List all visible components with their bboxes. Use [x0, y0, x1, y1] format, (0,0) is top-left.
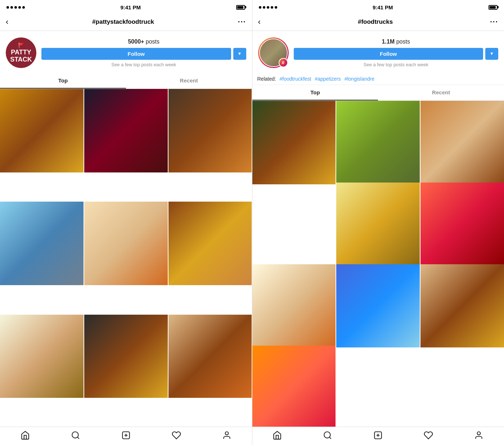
posts-count-left: 5000+ posts [41, 39, 246, 45]
grid-item-5[interactable] [84, 202, 168, 285]
status-bar-right: 9:41 PM [252, 0, 504, 13]
follow-button-left[interactable]: Follow [41, 48, 231, 60]
grid-item-6[interactable] [168, 202, 252, 285]
grid-item-2[interactable] [84, 89, 168, 172]
top-posts-hint-left: See a few top posts each week [41, 62, 246, 67]
grid-item-r2[interactable] [336, 101, 420, 184]
grid-item-9[interactable] [168, 315, 252, 398]
profile-nav-right[interactable] [454, 431, 504, 440]
time-right: 9:41 PM [373, 4, 393, 10]
grid-item-1[interactable] [0, 89, 84, 172]
related-label: Related: [257, 76, 278, 82]
battery-area-right [489, 5, 498, 10]
status-bar-left: 9:41 PM [0, 0, 252, 13]
svg-point-5 [225, 432, 228, 435]
signal-dots-left [6, 6, 25, 9]
more-button-right[interactable]: ··· [490, 18, 498, 26]
grid-right [252, 101, 504, 427]
search-nav-right[interactable] [302, 431, 353, 440]
svg-point-0 [72, 432, 78, 438]
related-tag-1[interactable]: #foodtruckfest [280, 76, 311, 82]
posts-count-right: 1.1M posts [294, 39, 499, 45]
grid-item-7[interactable] [0, 315, 84, 398]
add-nav-left[interactable] [101, 431, 151, 440]
search-nav-left[interactable] [50, 431, 101, 440]
grid-item-r6[interactable] [252, 264, 336, 348]
nav-header-right: ‹ #foodtrucks ··· [252, 13, 504, 31]
hashtag-title-left: #pattystackfoodtruck [92, 18, 154, 26]
heart-nav-left[interactable] [151, 431, 202, 440]
profile-section-right: # 1.1M posts Follow ▼ See a few top post… [252, 31, 504, 73]
grid-item-r7[interactable] [336, 264, 420, 348]
follow-dropdown-right[interactable]: ▼ [485, 48, 498, 60]
svg-line-7 [329, 437, 331, 439]
profile-section-left: 🚩 PATTYSTACK 5000+ posts Follow ▼ See a … [0, 31, 252, 73]
back-button-right[interactable]: ‹ [258, 17, 261, 27]
follow-row-right: Follow ▼ [294, 48, 499, 60]
home-nav-right[interactable] [252, 431, 303, 440]
hashtag-badge: # [279, 58, 288, 67]
grid-item-r3[interactable] [420, 101, 504, 184]
time-left: 9:41 PM [120, 4, 141, 10]
tabs-left: Top Recent [0, 73, 252, 89]
related-tag-2[interactable]: #appetizers [315, 76, 341, 82]
heart-nav-right[interactable] [403, 431, 454, 440]
tab-recent-left[interactable]: Recent [126, 73, 252, 89]
add-nav-right[interactable] [353, 431, 403, 440]
bottom-nav-left [0, 427, 252, 445]
follow-button-right[interactable]: Follow [294, 48, 483, 60]
left-phone: 9:41 PM ‹ #pattystackfoodtruck ··· 🚩 PAT… [0, 0, 252, 445]
avatar-left: 🚩 PATTYSTACK [6, 37, 36, 68]
hashtag-title-right: #foodtrucks [358, 18, 393, 26]
grid-item-4[interactable] [0, 202, 84, 285]
tab-top-right[interactable]: Top [252, 85, 378, 100]
top-posts-hint-right: See a few top posts each week [294, 62, 499, 67]
signal-dots-right [259, 6, 277, 9]
tab-top-left[interactable]: Top [0, 73, 126, 89]
battery-icon-right [489, 5, 498, 10]
grid-item-r5[interactable] [420, 183, 504, 266]
grid-item-r9[interactable] [252, 346, 336, 427]
svg-point-6 [324, 432, 330, 438]
avatar-right: # [258, 37, 289, 68]
right-phone: 9:41 PM ‹ #foodtrucks ··· # [252, 0, 504, 445]
home-nav-left[interactable] [0, 431, 50, 440]
tab-recent-right[interactable]: Recent [378, 85, 504, 100]
battery-icon-left [236, 5, 245, 10]
grid-item-8[interactable] [84, 315, 168, 398]
profile-nav-left[interactable] [202, 431, 252, 440]
back-button-left[interactable]: ‹ [6, 17, 8, 27]
bottom-nav-right [252, 427, 504, 445]
more-button-left[interactable]: ··· [238, 18, 246, 26]
profile-info-right: 1.1M posts Follow ▼ See a few top posts … [294, 39, 499, 67]
svg-point-11 [477, 432, 481, 435]
grid-item-r1[interactable] [252, 101, 336, 184]
related-bar: Related: #foodtruckfest #appetizers #lon… [252, 73, 504, 85]
tabs-right: Top Recent [252, 85, 504, 101]
nav-header-left: ‹ #pattystackfoodtruck ··· [0, 13, 252, 31]
related-tag-3[interactable]: #longislandre [345, 76, 374, 82]
grid-item-3[interactable] [168, 89, 252, 172]
grid-item-r8[interactable] [420, 264, 504, 348]
grid-left [0, 89, 252, 427]
grid-item-r4[interactable] [336, 183, 420, 266]
follow-dropdown-left[interactable]: ▼ [233, 48, 246, 60]
follow-row-left: Follow ▼ [41, 48, 246, 60]
profile-info-left: 5000+ posts Follow ▼ See a few top posts… [41, 39, 246, 67]
patty-logo: 🚩 PATTYSTACK [6, 37, 36, 68]
svg-line-1 [77, 437, 79, 439]
battery-area-left [236, 5, 245, 10]
